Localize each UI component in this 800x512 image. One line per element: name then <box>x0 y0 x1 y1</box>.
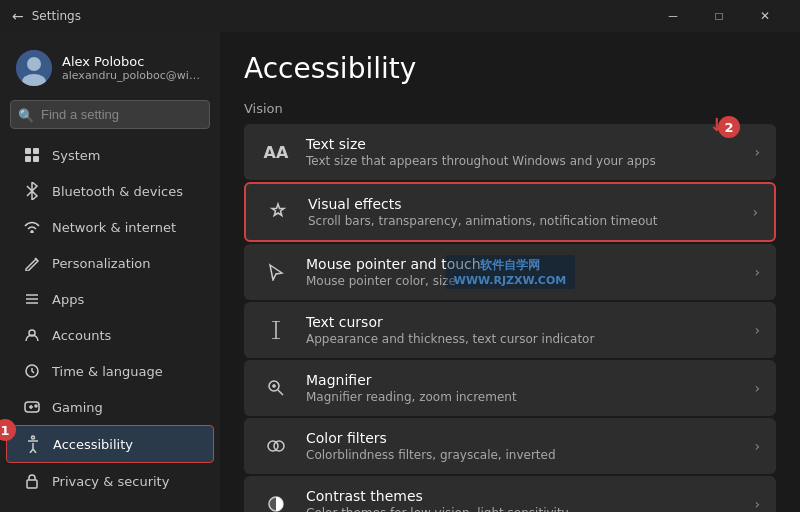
contrast-themes-desc: Color themes for low vision, light sensi… <box>306 506 740 512</box>
text-size-text: Text size Text size that appears through… <box>306 136 740 168</box>
text-size-name: Text size <box>306 136 740 152</box>
system-label: System <box>52 148 198 163</box>
accounts-icon <box>22 325 42 345</box>
back-icon[interactable]: ← <box>12 8 24 24</box>
network-icon <box>22 217 42 237</box>
search-icon: 🔍 <box>18 107 34 122</box>
windows-update-icon <box>22 507 42 512</box>
nav-accounts-wrapper: Accounts <box>0 317 220 353</box>
text-cursor-text: Text cursor Appearance and thickness, te… <box>306 314 740 346</box>
sidebar-item-gaming[interactable]: Gaming <box>6 389 214 425</box>
title-bar: ← Settings ─ □ ✕ <box>0 0 800 32</box>
color-filters-icon <box>260 430 292 462</box>
svg-rect-5 <box>25 156 31 162</box>
sidebar-item-apps[interactable]: Apps <box>6 281 214 317</box>
bluetooth-icon <box>22 181 42 201</box>
text-cursor-desc: Appearance and thickness, text cursor in… <box>306 332 740 346</box>
setting-mouse-pointer[interactable]: Mouse pointer and touch Mouse pointer co… <box>244 244 776 300</box>
nav-privacy-wrapper: Privacy & security <box>0 463 220 499</box>
sidebar-item-bluetooth[interactable]: Bluetooth & devices <box>6 173 214 209</box>
nav-windows-update-wrapper: Windows Update <box>0 499 220 512</box>
setting-text-cursor[interactable]: Text cursor Appearance and thickness, te… <box>244 302 776 358</box>
sidebar-item-network[interactable]: Network & internet <box>6 209 214 245</box>
user-name: Alex Poloboc <box>62 54 204 69</box>
nav-system-wrapper: System <box>0 137 220 173</box>
app-body: Alex Poloboc alexandru_poloboc@windowsre… <box>0 32 800 512</box>
maximize-button[interactable]: □ <box>696 0 742 32</box>
chevron-mouse-pointer: › <box>754 264 760 280</box>
sidebar-item-accessibility[interactable]: Accessibility <box>6 425 214 463</box>
chevron-contrast-themes: › <box>754 496 760 512</box>
text-size-desc: Text size that appears throughout Window… <box>306 154 740 168</box>
close-button[interactable]: ✕ <box>742 0 788 32</box>
contrast-themes-text: Contrast themes Color themes for low vis… <box>306 488 740 512</box>
nav-gaming-wrapper: Gaming <box>0 389 220 425</box>
title-bar-left: ← Settings <box>12 8 81 24</box>
svg-point-26 <box>274 441 284 451</box>
nav-bluetooth-wrapper: Bluetooth & devices <box>0 173 220 209</box>
chevron-color-filters: › <box>754 438 760 454</box>
sidebar-item-time[interactable]: Time & language <box>6 353 214 389</box>
setting-contrast-themes[interactable]: Contrast themes Color themes for low vis… <box>244 476 776 512</box>
color-filters-name: Color filters <box>306 430 740 446</box>
privacy-icon <box>22 471 42 491</box>
minimize-button[interactable]: ─ <box>650 0 696 32</box>
sidebar-item-privacy[interactable]: Privacy & security <box>6 463 214 499</box>
svg-rect-17 <box>27 480 37 488</box>
visual-effects-text: Visual effects Scroll bars, transparency… <box>308 196 738 228</box>
sidebar: Alex Poloboc alexandru_poloboc@windowsre… <box>0 32 220 512</box>
bluetooth-label: Bluetooth & devices <box>52 184 198 199</box>
search-box: 🔍 <box>10 100 210 129</box>
app-title: Settings <box>32 9 81 23</box>
chevron-text-size: › <box>754 144 760 160</box>
mouse-pointer-name: Mouse pointer and touch <box>306 256 740 272</box>
text-cursor-name: Text cursor <box>306 314 740 330</box>
time-label: Time & language <box>52 364 198 379</box>
user-profile[interactable]: Alex Poloboc alexandru_poloboc@windowsre… <box>0 40 220 100</box>
svg-line-22 <box>278 390 283 395</box>
mouse-pointer-desc: Mouse pointer color, size <box>306 274 740 288</box>
setting-visual-effects[interactable]: Visual effects Scroll bars, transparency… <box>244 182 776 242</box>
svg-rect-3 <box>25 148 31 154</box>
nav-apps-wrapper: Apps <box>0 281 220 317</box>
sidebar-item-accounts[interactable]: Accounts <box>6 317 214 353</box>
nav-personalization-wrapper: Personalization <box>0 245 220 281</box>
gaming-icon <box>22 397 42 417</box>
apps-label: Apps <box>52 292 198 307</box>
time-icon <box>22 361 42 381</box>
mouse-pointer-icon <box>260 256 292 288</box>
settings-list: AA Text size Text size that appears thro… <box>244 124 776 512</box>
chevron-visual-effects: › <box>752 204 758 220</box>
user-info: Alex Poloboc alexandru_poloboc@windowsre… <box>62 54 204 82</box>
user-email: alexandru_poloboc@windowsreport... <box>62 69 204 82</box>
sidebar-item-windows-update[interactable]: Windows Update <box>6 499 214 512</box>
magnifier-desc: Magnifier reading, zoom increment <box>306 390 740 404</box>
section-vision-label: Vision <box>244 101 776 116</box>
page-title: Accessibility <box>244 52 776 85</box>
mouse-pointer-text: Mouse pointer and touch Mouse pointer co… <box>306 256 740 288</box>
setting-text-size[interactable]: AA Text size Text size that appears thro… <box>244 124 776 180</box>
sidebar-item-system[interactable]: System <box>6 137 214 173</box>
magnifier-text: Magnifier Magnifier reading, zoom increm… <box>306 372 740 404</box>
title-bar-controls: ─ □ ✕ <box>650 0 788 32</box>
setting-color-filters[interactable]: Color filters Colorblindness filters, gr… <box>244 418 776 474</box>
content-area: Accessibility Vision AA Text size Text s… <box>220 32 800 512</box>
accessibility-label: Accessibility <box>53 437 197 452</box>
accessibility-icon <box>23 434 43 454</box>
sidebar-item-personalization[interactable]: Personalization <box>6 245 214 281</box>
text-size-icon: AA <box>260 136 292 168</box>
arrow-down-icon: ↓ <box>709 114 724 135</box>
contrast-themes-icon <box>260 488 292 512</box>
search-input[interactable] <box>10 100 210 129</box>
setting-magnifier[interactable]: Magnifier Magnifier reading, zoom increm… <box>244 360 776 416</box>
text-cursor-icon <box>260 314 292 346</box>
svg-point-16 <box>32 436 35 439</box>
visual-effects-icon <box>262 196 294 228</box>
accounts-label: Accounts <box>52 328 198 343</box>
personalization-icon <box>22 253 42 273</box>
visual-effects-desc: Scroll bars, transparency, animations, n… <box>308 214 738 228</box>
magnifier-name: Magnifier <box>306 372 740 388</box>
nav-accessibility-wrapper: 1 Accessibility <box>0 425 220 463</box>
nav-time-wrapper: Time & language <box>0 353 220 389</box>
chevron-magnifier: › <box>754 380 760 396</box>
